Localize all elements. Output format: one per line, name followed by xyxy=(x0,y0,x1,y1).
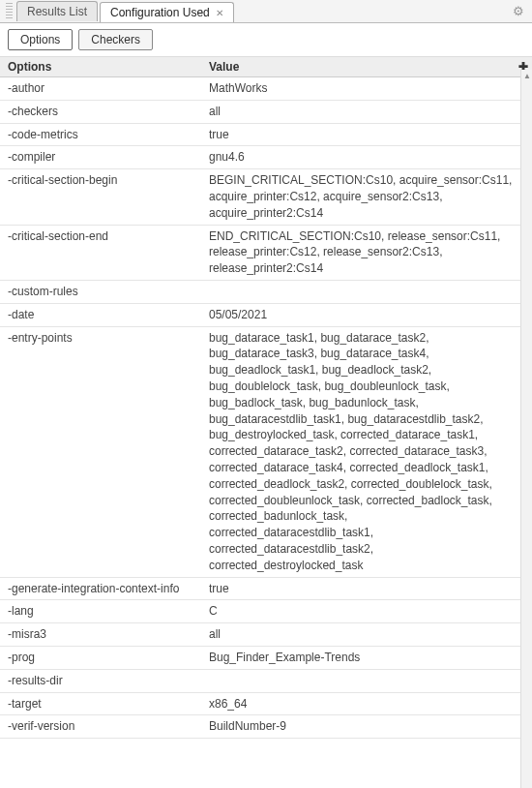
table-row[interactable]: -critical-section-endEND_CRITICAL_SECTIO… xyxy=(0,226,532,281)
option-value xyxy=(201,281,532,303)
option-name: -critical-section-begin xyxy=(0,169,201,224)
table-row[interactable]: -targetx86_64 xyxy=(0,693,532,716)
subtab-options[interactable]: Options xyxy=(8,29,73,50)
option-name: -code-metrics xyxy=(0,124,201,146)
tab-configuration-used[interactable]: Configuration Used ✕ xyxy=(100,2,234,22)
option-value: C xyxy=(201,600,532,622)
option-name: -verif-version xyxy=(0,715,201,738)
table-row[interactable]: -date05/05/2021 xyxy=(0,304,532,327)
table-row[interactable]: -custom-rules xyxy=(0,281,532,304)
option-value: 05/05/2021 xyxy=(201,304,532,326)
option-value: all xyxy=(201,623,532,646)
subtab-checkers[interactable]: Checkers xyxy=(78,29,153,50)
option-value: true xyxy=(201,578,532,600)
option-name: -compiler xyxy=(0,146,201,168)
table-row[interactable]: -verif-versionBuildNumber-9 xyxy=(0,715,532,739)
grip-icon xyxy=(6,3,13,20)
option-name: -critical-section-end xyxy=(0,226,201,280)
option-name: -entry-points xyxy=(0,327,201,577)
table-row[interactable]: -critical-section-beginBEGIN_CRITICAL_SE… xyxy=(0,169,532,225)
table-row[interactable]: -code-metricstrue xyxy=(0,124,532,147)
table-row[interactable]: -compilergnu4.6 xyxy=(0,146,532,169)
table-row[interactable]: -generate-integration-context-infotrue xyxy=(0,578,532,601)
option-value: all xyxy=(201,101,532,123)
option-name: -misra3 xyxy=(0,623,201,646)
close-icon[interactable]: ✕ xyxy=(216,8,223,18)
option-name: -results-dir xyxy=(0,670,201,692)
option-name: -date xyxy=(0,304,201,326)
option-value: bug_datarace_task1, bug_datarace_task2, … xyxy=(201,327,532,577)
table-row[interactable]: -misra3all xyxy=(0,623,532,647)
tab-results-list[interactable]: Results List xyxy=(16,1,98,21)
subtabs-bar: Options Checkers xyxy=(0,23,532,57)
option-value: gnu4.6 xyxy=(201,146,532,168)
option-name: -author xyxy=(0,77,201,100)
header-options: Options xyxy=(0,57,201,76)
table-header: Options Value ✚ xyxy=(0,57,532,77)
option-value: MathWorks xyxy=(201,77,532,100)
table-row[interactable]: -progBug_Finder_Example-Trends xyxy=(0,647,532,670)
option-value: Bug_Finder_Example-Trends xyxy=(201,647,532,669)
tab-label: Configuration Used xyxy=(110,6,210,19)
scroll-up-icon[interactable]: ▲ xyxy=(521,70,532,83)
option-value xyxy=(201,670,532,692)
option-name: -prog xyxy=(0,647,201,669)
table-row[interactable]: -checkersall xyxy=(0,101,532,124)
table-row[interactable]: -entry-pointsbug_datarace_task1, bug_dat… xyxy=(0,327,532,578)
option-name: -lang xyxy=(0,600,201,622)
table-row[interactable]: -authorMathWorks xyxy=(0,77,532,101)
tabs-bar: Results List Configuration Used ✕ ⚙ xyxy=(0,0,532,23)
table-body: -authorMathWorks-checkersall-code-metric… xyxy=(0,77,532,788)
option-name: -custom-rules xyxy=(0,281,201,303)
option-name: -checkers xyxy=(0,101,201,123)
option-name: -generate-integration-context-info xyxy=(0,578,201,600)
option-value: BEGIN_CRITICAL_SECTION:Cs10, acquire_sen… xyxy=(201,169,532,224)
option-value: x86_64 xyxy=(201,693,532,715)
gear-icon[interactable]: ⚙ xyxy=(513,4,524,18)
option-value: true xyxy=(201,124,532,146)
table-row[interactable]: -langC xyxy=(0,600,532,623)
tab-label: Results List xyxy=(27,5,87,18)
option-value: BuildNumber-9 xyxy=(201,715,532,738)
header-value: Value xyxy=(201,57,532,76)
option-value: END_CRITICAL_SECTION:Cs10, release_senso… xyxy=(201,226,532,280)
vertical-scrollbar[interactable]: ▲ xyxy=(520,70,532,788)
table-row[interactable]: -results-dir xyxy=(0,670,532,693)
option-name: -target xyxy=(0,693,201,715)
